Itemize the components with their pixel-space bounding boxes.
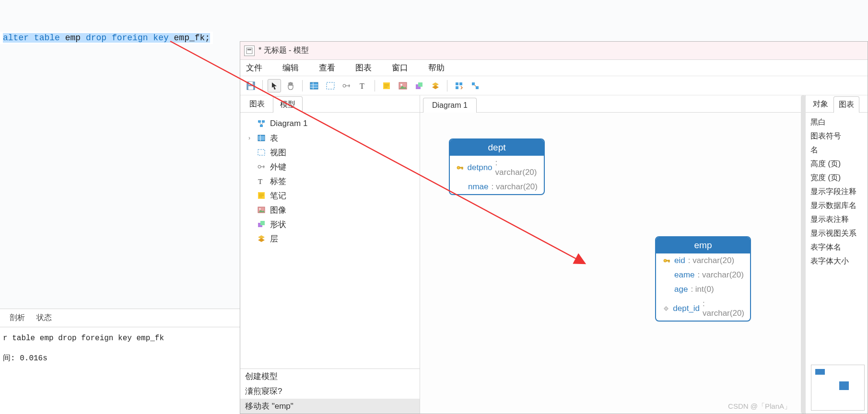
tab-model[interactable]: 模型 (273, 96, 303, 113)
diagram-icon (257, 119, 266, 128)
property-item[interactable]: 黑白 (810, 115, 863, 129)
toolbar-separator (302, 80, 303, 92)
left-panel: 图表 模型 Diagram 1›表视图外键T标签笔记图像形状层 创建模型灢煎寢琛… (240, 95, 420, 414)
svg-rect-30 (260, 125, 263, 127)
image-tool[interactable] (396, 79, 410, 92)
table-column: detpno: varchar(20) (450, 156, 544, 180)
property-list: 黑白图表符号名高度 (页)宽度 (页)显示字段注释显示数据库名显示表注释显示视图… (806, 113, 868, 271)
property-item[interactable]: 高度 (页) (810, 157, 863, 171)
image-icon (257, 206, 266, 214)
svg-point-47 (259, 208, 260, 209)
log-line[interactable]: 创建模型 (240, 369, 420, 384)
tree-item-label: 形状 (270, 219, 286, 230)
log-line[interactable]: 灢煎寢琛? (240, 384, 420, 399)
svg-rect-26 (476, 86, 479, 89)
tree-item-view[interactable]: 视图 (246, 145, 414, 160)
canvas-tab-diagram1[interactable]: Diagram 1 (423, 98, 477, 113)
label-tool[interactable]: T (356, 79, 370, 92)
property-item[interactable]: 表字体大小 (810, 254, 863, 268)
layout-button-1[interactable] (452, 79, 466, 92)
tab-diagram[interactable]: 图表 (242, 96, 272, 112)
minimap-dept (815, 369, 825, 375)
minimap[interactable] (811, 365, 865, 411)
menu-file[interactable]: 文件 (246, 62, 262, 73)
pointer-tool[interactable] (268, 79, 281, 92)
tree-item-shape[interactable]: 形状 (246, 217, 414, 231)
property-item[interactable]: 宽度 (页) (810, 171, 863, 185)
toolbar: T (240, 76, 868, 95)
toolbar-separator (447, 80, 447, 92)
menu-edit[interactable]: 编辑 (282, 62, 299, 73)
pan-tool[interactable] (284, 79, 297, 92)
svg-point-38 (258, 165, 261, 168)
property-item[interactable]: 名 (810, 143, 863, 157)
right-tabs: 对象 图表 (806, 95, 868, 113)
tree-item-image[interactable]: 图像 (246, 203, 414, 217)
svg-rect-1 (247, 49, 251, 50)
tree-item-label: Diagram 1 (270, 119, 307, 128)
shape-tool[interactable] (412, 79, 426, 92)
layer-tool[interactable] (429, 79, 442, 92)
note-tool[interactable] (380, 79, 393, 92)
layout-button-2[interactable] (469, 79, 482, 92)
svg-line-32 (261, 123, 263, 125)
tab-object[interactable]: 对象 (808, 96, 833, 112)
tree-item-label: 笔记 (270, 190, 286, 201)
tree-item-fk[interactable]: 外键 (246, 160, 414, 174)
svg-rect-56 (664, 307, 668, 310)
console-tabs: 剖析 状态 (0, 309, 240, 327)
tree-item-label[interactable]: T标签 (246, 174, 414, 188)
svg-rect-49 (260, 221, 265, 225)
right-panel: 对象 图表 黑白图表符号名高度 (页)宽度 (页)显示字段注释显示数据库名显示表… (805, 95, 868, 414)
svg-text:T: T (258, 178, 262, 185)
menu-help[interactable]: 帮助 (428, 62, 445, 73)
property-item[interactable]: 图表符号 (810, 129, 863, 143)
titlebar: * 无标题 - 模型 (240, 42, 868, 60)
tab-diagram-props[interactable]: 图表 (833, 96, 859, 113)
table-column: nmae: varchar(20) (450, 180, 544, 194)
property-item[interactable]: 表字体名 (810, 241, 863, 254)
svg-line-27 (475, 85, 476, 86)
property-item[interactable]: 显示视图关系 (810, 227, 863, 241)
view-tool[interactable] (324, 79, 337, 92)
window-title: * 无标题 - 模型 (258, 46, 309, 56)
expand-icon: › (246, 135, 253, 141)
menu-window[interactable]: 窗口 (392, 62, 408, 73)
diagram-canvas[interactable]: deptdetpno: varchar(20)nmae: varchar(20)… (420, 113, 805, 414)
svg-rect-25 (472, 82, 475, 85)
log-line[interactable]: 移动表 "emp" (240, 399, 420, 414)
menubar: 文件 编辑 查看 图表 窗口 帮助 (240, 60, 868, 76)
property-item[interactable]: 显示数据库名 (810, 199, 863, 213)
svg-rect-22 (456, 82, 458, 85)
tab-profile[interactable]: 剖析 (10, 313, 25, 323)
menu-view[interactable]: 查看 (319, 62, 335, 73)
tree-item-label: 图像 (270, 205, 286, 216)
sql-editor-area: alter table emp drop foreign key emp_fk;… (0, 0, 240, 414)
property-item[interactable]: 显示字段注释 (810, 185, 863, 199)
svg-rect-37 (258, 150, 265, 155)
property-item[interactable]: 显示表注释 (810, 213, 863, 227)
diamond-icon (663, 305, 669, 312)
tree-item-layer[interactable]: 层 (246, 231, 414, 246)
svg-point-53 (664, 259, 667, 262)
tab-status[interactable]: 状态 (36, 313, 52, 323)
save-button[interactable] (244, 79, 258, 92)
menu-diagram[interactable]: 图表 (355, 62, 372, 73)
svg-rect-0 (246, 48, 252, 54)
fk-tool[interactable] (340, 79, 353, 92)
svg-line-31 (259, 123, 261, 125)
svg-rect-23 (459, 82, 462, 85)
table-tool[interactable] (307, 79, 321, 92)
svg-rect-21 (418, 82, 422, 87)
tree-item-diagram[interactable]: Diagram 1 (246, 116, 414, 131)
svg-rect-52 (462, 167, 463, 169)
table-emp[interactable]: empeid: varchar(20)eame: varchar(20)age:… (655, 236, 751, 322)
layer-icon (257, 234, 266, 243)
table-icon (257, 134, 266, 142)
sql-line[interactable]: alter table emp drop foreign key emp_fk; (0, 32, 213, 44)
scrollbar[interactable] (801, 95, 806, 414)
tree-item-table[interactable]: ›表 (246, 131, 414, 145)
table-dept[interactable]: deptdetpno: varchar(20)nmae: varchar(20) (449, 138, 545, 195)
tree-item-note[interactable]: 笔记 (246, 188, 414, 203)
svg-rect-28 (258, 120, 261, 123)
